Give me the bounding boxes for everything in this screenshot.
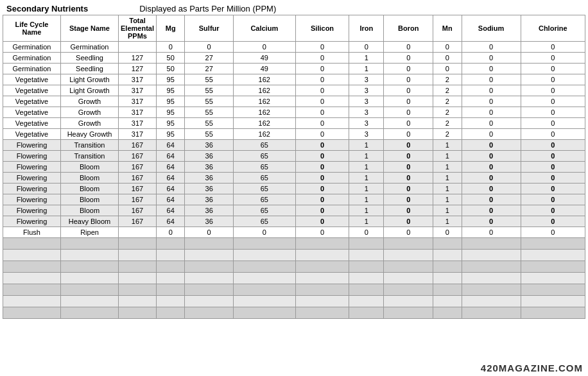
empty-row [3, 238, 585, 250]
table-cell: Vegetative [3, 85, 61, 96]
empty-cell [3, 261, 61, 273]
table-cell: 36 [185, 194, 233, 205]
table-cell: 0 [462, 85, 521, 96]
table-cell: 0 [462, 96, 521, 107]
table-cell: 65 [233, 140, 295, 151]
empty-cell [462, 273, 521, 284]
table-cell: 0 [295, 162, 349, 173]
empty-cell [119, 273, 157, 284]
table-cell: 55 [185, 85, 233, 96]
table-cell: 0 [462, 42, 521, 53]
empty-cell [3, 250, 61, 261]
table-row: FlushRipen000000000 [3, 227, 585, 238]
empty-cell [233, 307, 295, 319]
table-cell: Germination [3, 42, 61, 53]
table-cell: 1 [349, 53, 384, 64]
page-subtitle: Displayed as Parts Per Million (PPM) [139, 4, 276, 13]
empty-cell [185, 296, 233, 307]
table-cell: 3 [349, 107, 384, 118]
empty-row [3, 296, 585, 307]
table-cell: 0 [384, 64, 433, 74]
table-cell: 55 [185, 118, 233, 129]
table-cell: 317 [119, 107, 157, 118]
empty-cell [156, 296, 185, 307]
table-cell: 64 [156, 216, 185, 227]
table-cell: 1 [349, 216, 384, 227]
table-cell: 55 [185, 74, 233, 85]
empty-cell [119, 307, 157, 319]
table-cell: 0 [521, 96, 585, 107]
table-cell: 0 [521, 162, 585, 173]
table-cell: Vegetative [3, 118, 61, 129]
table-cell: 64 [156, 194, 185, 205]
table-cell: 0 [384, 194, 433, 205]
empty-cell [119, 250, 157, 261]
table-cell: 1 [433, 194, 462, 205]
col-header-sodium: Sodium [462, 15, 521, 42]
table-cell: 95 [156, 85, 185, 96]
empty-cell [433, 284, 462, 296]
table-cell: 0 [295, 216, 349, 227]
table-cell: 65 [233, 151, 295, 162]
table-cell: 0 [521, 118, 585, 129]
empty-cell [462, 238, 521, 250]
table-cell: 2 [433, 107, 462, 118]
table-row: VegetativeGrowth3179555162030200 [3, 118, 585, 129]
table-cell: 2 [433, 118, 462, 129]
table-cell: Transition [61, 140, 119, 151]
table-cell: Light Growth [61, 74, 119, 85]
table-cell: 55 [185, 107, 233, 118]
table-cell: 0 [295, 205, 349, 216]
table-row: FloweringBloom167643665010100 [3, 184, 585, 194]
table-cell: 36 [185, 162, 233, 173]
col-header-iron: Iron [349, 15, 384, 42]
table-cell: 0 [462, 151, 521, 162]
empty-cell [349, 273, 384, 284]
empty-cell [521, 273, 585, 284]
empty-cell [119, 238, 157, 250]
nutrients-table: Life Cycle Name Stage Name Total Element… [3, 15, 585, 319]
empty-cell [521, 261, 585, 273]
empty-cell [233, 273, 295, 284]
empty-cell [185, 261, 233, 273]
table-cell: 0 [295, 140, 349, 151]
table-cell: 36 [185, 205, 233, 216]
empty-cell [433, 307, 462, 319]
table-cell: 0 [349, 42, 384, 53]
empty-cell [521, 238, 585, 250]
table-cell: 0 [521, 74, 585, 85]
table-row: FloweringHeavy Bloom167643665010100 [3, 216, 585, 227]
empty-cell [349, 250, 384, 261]
empty-cell [295, 284, 349, 296]
table-cell: 0 [521, 227, 585, 238]
empty-cell [156, 273, 185, 284]
table-row: FloweringBloom167643665010100 [3, 162, 585, 173]
empty-cell [156, 250, 185, 261]
table-cell: 0 [295, 129, 349, 140]
table-cell: 0 [433, 42, 462, 53]
empty-cell [384, 238, 433, 250]
table-wrapper: Life Cycle Name Stage Name Total Element… [0, 15, 588, 319]
table-cell: Light Growth [61, 85, 119, 96]
table-cell: 65 [233, 205, 295, 216]
empty-cell [521, 296, 585, 307]
table-cell: 0 [233, 227, 295, 238]
table-cell: 0 [462, 64, 521, 74]
table-cell: 1 [433, 184, 462, 194]
empty-cell [156, 307, 185, 319]
empty-cell [462, 284, 521, 296]
table-cell: 0 [433, 53, 462, 64]
table-cell: 167 [119, 184, 157, 194]
empty-cell [61, 307, 119, 319]
empty-cell [233, 284, 295, 296]
empty-row [3, 273, 585, 284]
empty-cell [295, 238, 349, 250]
table-cell: 1 [433, 173, 462, 184]
table-cell: 0 [433, 227, 462, 238]
empty-cell [349, 284, 384, 296]
table-cell: 0 [295, 118, 349, 129]
table-cell: 0 [185, 227, 233, 238]
table-cell: Flush [3, 227, 61, 238]
col-header-chlorine: Chlorine [521, 15, 585, 42]
table-cell: Flowering [3, 173, 61, 184]
